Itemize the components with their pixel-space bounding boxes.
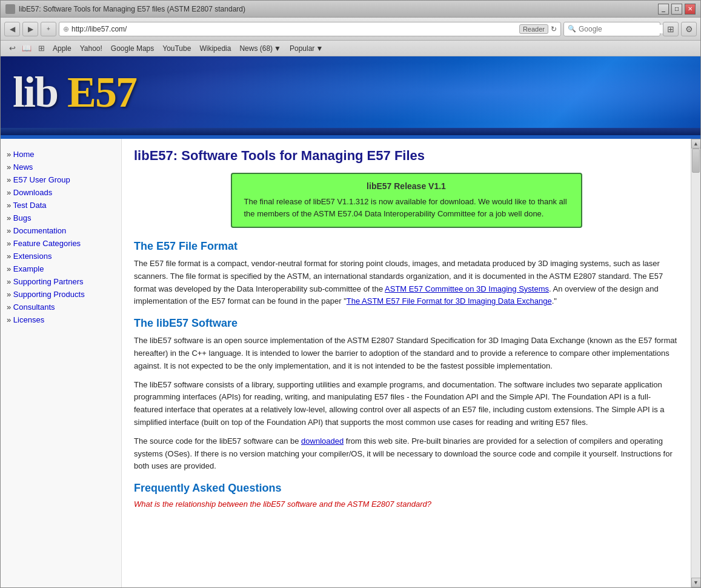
scrollbar: ▲ ▼ <box>691 139 700 587</box>
section-heading-libesoftware: The libE57 Software <box>134 317 679 330</box>
url-input[interactable] <box>71 25 517 33</box>
scroll-track <box>691 149 700 578</box>
libe57-paragraph-1: The libE57 software is an open source im… <box>134 335 679 372</box>
settings-button[interactable]: ⚙ <box>681 22 697 36</box>
astm-paper-link[interactable]: The ASTM E57 File Format for 3D Imaging … <box>347 296 552 306</box>
release-box-title: libE57 Release V1.1 <box>244 181 569 191</box>
news-chevron: ▼ <box>274 44 281 53</box>
logo-lib: lib <box>13 68 58 116</box>
site-header: lib E57 <box>1 56 700 128</box>
site-wrapper: lib E57 Home News E57 User Group Downloa… <box>1 56 700 587</box>
forward-button[interactable]: ▶ <box>22 22 38 36</box>
faq-heading: Frequently Asked Questions <box>134 482 679 495</box>
sidebar-item-featurecategories[interactable]: Feature Categories <box>7 237 115 250</box>
show-more-button[interactable]: + <box>41 22 56 36</box>
window-title: libE57: Software Tools for Managing E57 … <box>19 5 245 13</box>
bookmark-button[interactable]: ⊞ <box>663 22 679 36</box>
sidebar-item-testdata[interactable]: Test Data <box>7 199 115 212</box>
back-button[interactable]: ◀ <box>4 22 20 36</box>
section-heading-e57format: The E57 File Format <box>134 240 679 253</box>
sidebar-item-example[interactable]: Example <box>7 262 115 275</box>
minimize-button[interactable]: _ <box>658 4 669 15</box>
navigation-toolbar: ◀ ▶ + ⊕ Reader ↻ 🔍 ⊞ ⚙ <box>1 18 700 41</box>
sidebar-item-consultants[interactable]: Consultants <box>7 301 115 313</box>
close-button[interactable]: ✕ <box>685 4 696 15</box>
toolbar-right: ⊞ ⚙ <box>663 22 697 36</box>
site-body: Home News E57 User Group Downloads Test … <box>1 139 700 587</box>
popular-chevron: ▼ <box>316 44 323 53</box>
scroll-down-button[interactable]: ▼ <box>691 578 701 587</box>
reload-button[interactable]: ↻ <box>551 25 557 33</box>
bookmark-apple[interactable]: Apple <box>49 43 75 54</box>
release-box: libE57 Release V1.1 The final release of… <box>231 173 582 228</box>
search-container: 🔍 <box>563 22 660 36</box>
bookmark-icon-btn[interactable]: ↩ <box>5 42 19 55</box>
sidebar-item-e57usergroup[interactable]: E57 User Group <box>7 173 115 186</box>
grid-btn[interactable]: ⊞ <box>35 42 48 55</box>
bookmark-yahoo[interactable]: Yahoo! <box>76 43 106 54</box>
release-box-text: The final release of libE57 V1.1.312 is … <box>244 196 569 219</box>
bookmark-popular[interactable]: Popular ▼ <box>286 43 327 54</box>
url-icon: ⊕ <box>63 25 69 33</box>
browser-window: libE57: Software Tools for Managing E57 … <box>0 0 701 588</box>
window-controls: _ □ ✕ <box>658 4 696 15</box>
url-bar-container: ⊕ Reader ↻ <box>59 22 561 36</box>
bookmark-news[interactable]: News (68) ▼ <box>236 43 285 54</box>
downloaded-link[interactable]: downloaded <box>301 436 344 446</box>
faq-first-question: What is the relationship between the lib… <box>134 499 679 509</box>
search-icon: 🔍 <box>568 25 576 33</box>
logo-e57: E57 <box>58 68 136 116</box>
site-logo: lib E57 <box>13 67 136 118</box>
sidebar-item-news[interactable]: News <box>7 161 115 173</box>
title-bar: libE57: Software Tools for Managing E57 … <box>1 1 700 18</box>
search-input[interactable] <box>579 25 669 33</box>
reader-button[interactable]: Reader <box>519 24 548 34</box>
bookmark-wikipedia[interactable]: Wikipedia <box>196 43 234 54</box>
sidebar-item-home[interactable]: Home <box>7 148 115 161</box>
browser-content: lib E57 Home News E57 User Group Downloa… <box>1 56 700 587</box>
sidebar: Home News E57 User Group Downloads Test … <box>1 139 122 587</box>
sidebar-item-documentation[interactable]: Documentation <box>7 224 115 237</box>
main-content: libE57: Software Tools for Managing E57 … <box>122 139 691 587</box>
sidebar-item-downloads[interactable]: Downloads <box>7 186 115 199</box>
sidebar-item-licenses[interactable]: Licenses <box>7 313 115 326</box>
bookmark-youtube[interactable]: YouTube <box>159 43 194 54</box>
scroll-up-button[interactable]: ▲ <box>691 139 701 149</box>
bookmark-googlemaps[interactable]: Google Maps <box>107 43 158 54</box>
sidebar-item-supportingpartners[interactable]: Supporting Partners <box>7 275 115 288</box>
sidebar-item-bugs[interactable]: Bugs <box>7 212 115 224</box>
e57format-paragraph: The E57 file format is a compact, vendor… <box>134 258 679 308</box>
page-title: libE57: Software Tools for Managing E57 … <box>134 148 679 164</box>
maximize-button[interactable]: □ <box>671 4 682 15</box>
libe57-paragraph-3: The source code for the libE57 software … <box>134 435 679 473</box>
sidebar-item-extensions[interactable]: Extensions <box>7 250 115 262</box>
title-bar-left: libE57: Software Tools for Managing E57 … <box>5 4 245 14</box>
sidebar-item-supportingproducts[interactable]: Supporting Products <box>7 288 115 301</box>
bookmarks-list-btn[interactable]: 📖 <box>20 42 33 55</box>
blue-divider-1 <box>1 128 700 135</box>
scroll-thumb[interactable] <box>692 149 700 173</box>
browser-icon <box>5 4 15 14</box>
astm-committee-link[interactable]: ASTM E57 Committee on 3D Imaging Systems <box>385 284 549 293</box>
libe57-paragraph-2: The libE57 software consists of a librar… <box>134 379 679 429</box>
bookmarks-bar: ↩ 📖 ⊞ Apple Yahoo! Google Maps YouTube W… <box>1 41 700 56</box>
